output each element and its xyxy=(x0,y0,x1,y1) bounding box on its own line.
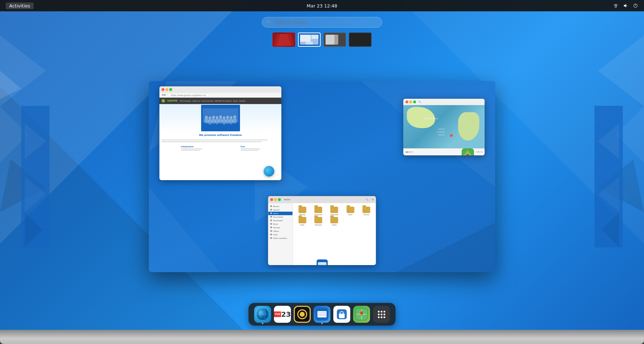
browser-url-bar[interactable]: ◀ ▶ https://www.gnome.org/about-us/ xyxy=(159,93,281,98)
volume-icon[interactable] xyxy=(623,3,628,8)
folder-templates-label: Templates xyxy=(315,224,322,226)
files-sidebar-home[interactable]: Home xyxy=(268,212,293,215)
calendar-header: TUE xyxy=(274,311,281,317)
svg-rect-21 xyxy=(306,42,313,45)
dock-gnome-web-dot xyxy=(262,323,263,324)
search-input[interactable] xyxy=(262,17,382,28)
files-sidebar-documents[interactable]: Documents xyxy=(268,215,293,219)
gnome-nav: GNOME Technologies About Us Get Involved… xyxy=(159,98,281,104)
browser-titlebar xyxy=(159,86,281,93)
svg-point-44 xyxy=(233,118,237,124)
power-icon[interactable] xyxy=(633,3,638,8)
svg-point-93 xyxy=(343,313,344,313)
dock-item-rhythmbox[interactable] xyxy=(294,306,311,323)
svg-point-48 xyxy=(216,116,218,119)
files-sidebar-starred[interactable]: Starred xyxy=(268,208,293,212)
svg-rect-86 xyxy=(317,313,327,313)
folder-public-icon xyxy=(298,217,306,223)
files-folder-documents[interactable]: Documents xyxy=(311,207,326,216)
dock-item-show-apps[interactable] xyxy=(373,306,390,323)
workspace-thumb-1[interactable] xyxy=(273,33,295,47)
dock-item-software[interactable] xyxy=(333,306,350,323)
folder-music-label: Music xyxy=(349,214,352,216)
globe-icon xyxy=(264,166,274,177)
svg-point-49 xyxy=(219,115,222,118)
system-tray xyxy=(613,3,638,8)
workspace-preview-main[interactable]: ◀ ▶ https://www.gnome.org/about-us/ GNOM… xyxy=(149,81,495,272)
svg-point-37 xyxy=(208,119,212,125)
folder-desktop-icon xyxy=(298,207,306,213)
maps-content: Newfoundland NORTH ATLANTIC OCEAN Portug… xyxy=(403,105,485,148)
files-sidebar-trash[interactable]: Trash xyxy=(268,233,293,236)
browser-section-free: Free xyxy=(239,145,262,148)
files-folder-videos[interactable]: Videos xyxy=(327,217,341,226)
files-folder-downloads[interactable]: Downloads xyxy=(327,207,341,216)
files-folder-music[interactable]: Music xyxy=(343,207,358,216)
maps-close-btn[interactable] xyxy=(405,101,408,103)
files-close-btn[interactable] xyxy=(270,198,273,201)
files-max-btn[interactable] xyxy=(278,198,281,201)
files-sidebar-other[interactable]: Other Locations xyxy=(268,236,293,240)
svg-rect-91 xyxy=(339,314,345,318)
svg-marker-33 xyxy=(396,223,495,272)
apps-grid-icon xyxy=(378,311,385,318)
dock-item-maps[interactable] xyxy=(353,306,370,323)
svg-point-41 xyxy=(222,119,226,125)
workspace-thumb-3[interactable] xyxy=(323,33,346,47)
svg-rect-19 xyxy=(300,35,311,42)
files-sidebar-videos[interactable]: Videos xyxy=(268,229,293,233)
files-folder-desktop[interactable]: Desktop xyxy=(295,207,310,216)
files-folder-public[interactable]: Public xyxy=(295,217,310,226)
datetime-label: Mar 23 12:48 xyxy=(307,3,338,8)
folder-templates-icon xyxy=(315,217,322,223)
window-browser[interactable]: ◀ ▶ https://www.gnome.org/about-us/ GNOM… xyxy=(159,86,281,180)
workspace-thumb-2[interactable] xyxy=(298,33,321,47)
network-icon[interactable] xyxy=(613,3,619,8)
window-files[interactable]: Home 🔍 ⋮ ☰ Recent Starred Home xyxy=(268,196,376,265)
svg-point-42 xyxy=(226,118,230,124)
maps-max-btn[interactable] xyxy=(413,101,416,103)
files-folder-templates[interactable]: Templates xyxy=(311,217,326,226)
side-workspace-right[interactable] xyxy=(595,106,623,247)
dock-files-dot xyxy=(321,323,323,324)
files-sidebar-music[interactable]: Music xyxy=(268,222,293,226)
svg-point-36 xyxy=(204,118,209,124)
svg-rect-67 xyxy=(318,264,326,264)
folder-downloads-icon xyxy=(330,207,338,213)
maps-dock-icon xyxy=(462,148,474,155)
workspace-thumb-4[interactable] xyxy=(349,33,371,47)
svg-point-45 xyxy=(205,116,208,119)
browser-max-btn[interactable] xyxy=(169,88,172,91)
browser-min-btn[interactable] xyxy=(165,88,168,91)
files-min-btn[interactable] xyxy=(274,198,277,201)
activities-button[interactable]: Activities xyxy=(6,2,34,9)
dock-item-gnome-web[interactable] xyxy=(254,306,271,323)
dock-item-calendar[interactable]: TUE 23 xyxy=(274,306,291,323)
folder-public-label: Public xyxy=(300,224,304,226)
search-container: 🔍 xyxy=(262,17,382,28)
files-main-content: Desktop Documents Downloads xyxy=(293,203,376,265)
svg-rect-35 xyxy=(201,105,240,131)
browser-hero xyxy=(159,104,281,132)
maps-min-btn[interactable] xyxy=(409,101,412,103)
browser-text-content xyxy=(159,138,281,144)
browser-close-btn[interactable] xyxy=(162,88,164,91)
svg-point-50 xyxy=(223,116,226,119)
files-sidebar-recent[interactable]: Recent xyxy=(268,205,293,208)
svg-rect-24 xyxy=(350,33,371,46)
folder-videos-label: Videos xyxy=(332,224,336,226)
files-folder-pictures[interactable]: Pictures xyxy=(359,207,374,216)
side-workspace-left[interactable] xyxy=(21,106,49,247)
window-maps[interactable]: 🔍 Newfoundland NORTH ATLANTIC OCEAN Port… xyxy=(403,99,485,155)
folder-documents-icon xyxy=(315,207,322,213)
files-grid: Desktop Documents Downloads xyxy=(295,207,374,226)
svg-point-8 xyxy=(616,4,617,6)
files-sidebar-downloads[interactable]: Downloads xyxy=(268,219,293,222)
svg-marker-12 xyxy=(624,4,626,7)
svg-point-39 xyxy=(215,119,219,124)
dock-item-files[interactable] xyxy=(314,306,330,323)
files-sidebar-pictures[interactable]: Pictures xyxy=(268,226,293,229)
svg-rect-23 xyxy=(326,35,334,45)
laptop-bottom-bar xyxy=(0,330,644,344)
calendar-date: 23 xyxy=(281,309,291,320)
